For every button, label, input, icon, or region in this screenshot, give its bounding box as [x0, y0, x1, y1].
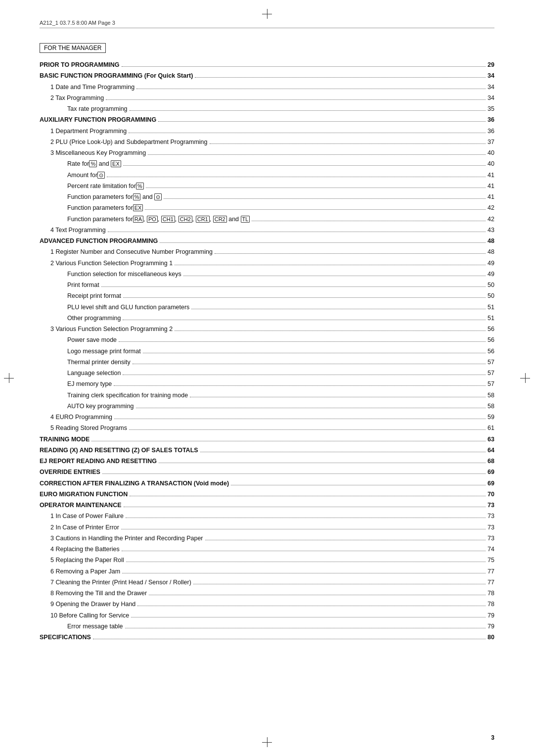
toc-label: Function selection for miscellaneous key…: [67, 269, 181, 280]
toc-label: EJ memory type: [67, 379, 112, 389]
page: A212_1 03.7.5 8:00 AM Page 3 FOR THE MAN…: [0, 0, 534, 756]
toc-dots: [129, 429, 486, 430]
toc-dots: [145, 209, 486, 210]
toc-entry-date-time: 1 Date and Time Programming34: [40, 82, 494, 93]
toc-label: 6 Removing a Paper Jam: [50, 567, 120, 577]
toc-dots: [123, 375, 486, 375]
toc-page: 78: [488, 599, 494, 610]
toc-label: Language selection: [67, 368, 121, 378]
toc-label: Receipt print format: [67, 291, 121, 301]
toc-dots: [136, 408, 486, 408]
toc-page: 57: [488, 368, 494, 378]
toc-dots: [215, 253, 486, 254]
toc-entry-cleaning-printer: 7 Cleaning the Printer (Print Head / Sen…: [40, 577, 494, 588]
toc-dots: [205, 540, 486, 540]
toc-dots: [106, 99, 486, 100]
toc-page: 40: [488, 159, 494, 169]
toc-label: Amount for⊙: [67, 170, 105, 181]
toc-entry-replacing-paper: 5 Replacing the Paper Roll75: [40, 555, 494, 566]
toc-dots: [107, 177, 486, 177]
toc-dots: [130, 110, 486, 111]
toc-page: 34: [488, 93, 494, 103]
toc-page: 49: [488, 269, 494, 280]
toc-entry-basic-function: BASIC FUNCTION PROGRAMMING (For Quick St…: [40, 71, 494, 81]
toc-entry-logo-message: Logo message print format56: [40, 346, 494, 357]
toc-entry-ej-report: EJ REPORT READING AND RESETTING68: [40, 456, 494, 467]
toc-page: 73: [488, 511, 494, 521]
inline-key: TL: [241, 216, 250, 223]
toc-page: 29: [488, 60, 494, 70]
toc-dots: [183, 276, 486, 276]
toc-page: 73: [488, 522, 494, 533]
toc-dots: [210, 143, 486, 144]
toc-page: 70: [488, 489, 494, 500]
toc-entry-department: 1 Department Programming36: [40, 126, 494, 137]
inline-key: ⊙: [154, 193, 162, 200]
toc-label: Logo message print format: [67, 346, 141, 357]
toc-page: 50: [488, 280, 494, 290]
toc-page: 34: [488, 82, 494, 93]
toc-entry-percent-rate: Percent rate limitation for%41: [40, 181, 494, 191]
toc-label: 5 Reading Stored Programs: [50, 423, 127, 433]
toc-label: CORRECTION AFTER FINALIZING A TRANSACTIO…: [40, 478, 229, 489]
toc-label: EURO MIGRATION FUNCTION: [40, 489, 128, 500]
toc-label: 2 PLU (Price Look-Up) and Subdepartment …: [50, 137, 208, 147]
toc-label: Thermal printer density: [67, 357, 131, 368]
toc-entry-removing-paper-jam: 6 Removing a Paper Jam77: [40, 567, 494, 577]
toc-entry-training-clerk: Training clerk specification for trainin…: [40, 390, 494, 401]
toc-label: Rate for% and EX: [67, 159, 121, 169]
toc-dots: [190, 397, 486, 397]
toc-entry-register-number: 1 Register Number and Consecutive Number…: [40, 247, 494, 257]
toc-page: 41: [488, 192, 494, 202]
toc-entry-replacing-batteries: 4 Replacing the Batteries74: [40, 544, 494, 555]
toc-label: Other programming: [67, 313, 121, 324]
toc-label: 4 Replacing the Batteries: [50, 544, 120, 555]
toc-entry-power-failure: 1 In Case of Power Failure73: [40, 511, 494, 521]
toc-entry-opening-drawer: 9 Opening the Drawer by Hand78: [40, 599, 494, 610]
toc-page: 35: [488, 104, 494, 114]
inline-key: %: [136, 183, 144, 189]
table-of-contents: PRIOR TO PROGRAMMING29BASIC FUNCTION PRO…: [40, 60, 494, 643]
toc-entry-tax-rate: Tax rate programming35: [40, 104, 494, 114]
toc-label: EJ REPORT READING AND RESETTING: [40, 456, 157, 467]
toc-label: Tax rate programming: [67, 104, 128, 114]
toc-dots: [164, 198, 486, 199]
toc-entry-prior-programming: PRIOR TO PROGRAMMING29: [40, 60, 494, 70]
toc-page: 42: [488, 203, 494, 213]
toc-dots: [129, 133, 486, 133]
toc-dots: [101, 286, 486, 287]
toc-dots: [137, 606, 486, 606]
toc-page: 77: [488, 567, 494, 577]
toc-page: 43: [488, 225, 494, 236]
toc-label: AUXILIARY FUNCTION PROGRAMMING: [40, 115, 156, 125]
toc-label: 4 EURO Programming: [50, 412, 112, 423]
inline-key: CH2: [178, 216, 192, 223]
toc-label: 3 Cautions in Handling the Printer and R…: [50, 533, 203, 544]
toc-dots: [121, 529, 486, 529]
toc-page: 49: [488, 258, 494, 269]
inline-key: PO: [147, 216, 158, 223]
crosshair-right: [520, 373, 530, 383]
toc-label: 9 Opening the Drawer by Hand: [50, 599, 135, 610]
toc-label: 2 In Case of Printer Error: [50, 522, 119, 533]
page-header: A212_1 03.7.5 8:00 AM Page 3: [40, 20, 494, 28]
toc-dots: [126, 562, 486, 562]
inline-key: %: [89, 160, 97, 167]
toc-entry-amount-for: Amount for⊙41: [40, 170, 494, 181]
toc-entry-function-params-pct: Function parameters for% and ⊙41: [40, 192, 494, 202]
toc-entry-specifications: SPECIFICATIONS80: [40, 632, 494, 643]
toc-entry-function-params-ra: Function parameters forRA, PO, CH1, CH2,…: [40, 214, 494, 225]
toc-label: 1 In Case of Power Failure: [50, 511, 124, 521]
toc-entry-override-entries: OVERRIDE ENTRIES69: [40, 467, 494, 477]
toc-dots: [231, 485, 486, 485]
toc-page: 41: [488, 170, 494, 181]
toc-label: PRIOR TO PROGRAMMING: [40, 60, 120, 70]
toc-entry-printer-error: 2 In Case of Printer Error73: [40, 522, 494, 533]
toc-dots: [114, 419, 486, 419]
toc-dots: [175, 265, 486, 265]
toc-label: 4 Text Programming: [50, 225, 106, 236]
toc-entry-power-save: Power save mode56: [40, 335, 494, 345]
toc-dots: [114, 385, 486, 386]
toc-label: SPECIFICATIONS: [40, 632, 91, 643]
toc-entry-function-params-ex: Function parameters forEX42: [40, 203, 494, 213]
